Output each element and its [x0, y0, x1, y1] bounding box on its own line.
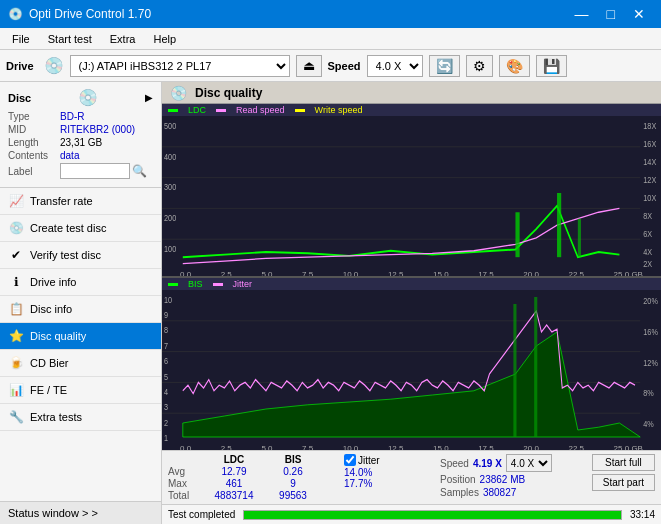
svg-text:18X: 18X	[643, 121, 656, 131]
svg-text:20%: 20%	[643, 295, 658, 306]
svg-text:9: 9	[164, 309, 168, 320]
status-window-button[interactable]: Status window > >	[0, 501, 161, 524]
transfer-rate-icon: 📈	[8, 193, 24, 209]
disc-contents-value: data	[60, 150, 79, 161]
svg-rect-28	[513, 304, 516, 437]
svg-rect-0	[162, 116, 661, 270]
color-button[interactable]: 🎨	[499, 55, 530, 77]
menu-help[interactable]: Help	[145, 31, 184, 47]
disc-contents-row: Contents data	[8, 150, 153, 161]
svg-text:4X: 4X	[643, 247, 652, 257]
start-full-button[interactable]: Start full	[592, 454, 655, 471]
svg-text:12X: 12X	[643, 175, 656, 185]
status-window-label: Status window > >	[8, 507, 98, 519]
avg-bis: 0.26	[268, 466, 318, 477]
sidebar-item-label-cd-bier: CD Bier	[30, 357, 69, 369]
svg-text:4%: 4%	[643, 418, 654, 429]
disc-type-value: BD-R	[60, 111, 84, 122]
title-bar-controls: — □ ✕	[567, 4, 653, 24]
speed-stat-value: 4.19 X	[473, 458, 502, 469]
disc-length-row: Length 23,31 GB	[8, 137, 153, 148]
status-text: Test completed	[168, 509, 235, 520]
sidebar-item-create-test-disc[interactable]: 💿 Create test disc	[0, 215, 161, 242]
sidebar-item-label-disc-quality: Disc quality	[30, 330, 86, 342]
sidebar-item-drive-info[interactable]: ℹ Drive info	[0, 269, 161, 296]
write-speed-legend-label: Write speed	[315, 105, 363, 115]
disc-length-value: 23,31 GB	[60, 137, 102, 148]
disc-length-label: Length	[8, 137, 60, 148]
svg-text:8%: 8%	[643, 387, 654, 398]
speed-stat-select[interactable]: 4.0 X	[506, 454, 552, 472]
disc-arrow-icon: ▶	[145, 92, 153, 103]
position-label: Position	[440, 474, 476, 485]
svg-text:400: 400	[164, 152, 177, 162]
jitter-max: 17.7%	[344, 478, 424, 489]
save-button[interactable]: 💾	[536, 55, 567, 77]
jitter-checkbox[interactable]	[344, 454, 356, 466]
settings-button[interactable]: ⚙	[466, 55, 493, 77]
sidebar-item-verify-test-disc[interactable]: ✔ Verify test disc	[0, 242, 161, 269]
write-speed-legend-dot	[295, 109, 305, 112]
nav-section: 📈 Transfer rate 💿 Create test disc ✔ Ver…	[0, 188, 161, 501]
sidebar-item-disc-quality[interactable]: ⭐ Disc quality	[0, 323, 161, 350]
sidebar: Disc 💿 ▶ Type BD-R MID RITEKBR2 (000) Le…	[0, 82, 162, 524]
sidebar-item-label-extra-tests: Extra tests	[30, 411, 82, 423]
close-button[interactable]: ✕	[625, 4, 653, 24]
svg-text:500: 500	[164, 121, 177, 131]
ldc-bis-stats: LDC BIS Avg 12.79 0.26 Max 461 9 Total 4…	[168, 454, 328, 501]
charts-area: LDC Read speed Write speed	[162, 104, 661, 450]
svg-text:7: 7	[164, 340, 168, 351]
app-icon: 💿	[8, 7, 23, 21]
menu-file[interactable]: File	[4, 31, 38, 47]
svg-text:4: 4	[164, 386, 168, 397]
refresh-button[interactable]: 🔄	[429, 55, 460, 77]
sidebar-item-extra-tests[interactable]: 🔧 Extra tests	[0, 404, 161, 431]
samples-value: 380827	[483, 487, 516, 498]
label-search-icon[interactable]: 🔍	[132, 164, 147, 178]
ldc-legend-dot	[168, 109, 178, 112]
extra-tests-icon: 🔧	[8, 409, 24, 425]
max-bis: 9	[268, 478, 318, 489]
start-buttons: Start full Start part	[592, 454, 655, 491]
progress-bar-fill	[244, 511, 621, 519]
bis-legend-dot	[168, 283, 178, 286]
svg-text:16X: 16X	[643, 139, 656, 149]
svg-text:8: 8	[164, 324, 168, 335]
disc-label-label: Label	[8, 166, 60, 177]
start-part-button[interactable]: Start part	[592, 474, 655, 491]
disc-info-icon: 📋	[8, 301, 24, 317]
menu-extra[interactable]: Extra	[102, 31, 144, 47]
disc-label-input[interactable]	[60, 163, 130, 179]
read-speed-legend-label: Read speed	[236, 105, 285, 115]
speed-pos-stats: Speed 4.19 X 4.0 X Position 23862 MB Sam…	[440, 454, 560, 498]
drive-icon: 💿	[44, 56, 64, 75]
drive-select[interactable]: (J:) ATAPI iHBS312 2 PL17	[70, 55, 290, 77]
sidebar-item-disc-info[interactable]: 📋 Disc info	[0, 296, 161, 323]
sidebar-item-label-drive-info: Drive info	[30, 276, 76, 288]
create-test-disc-icon: 💿	[8, 220, 24, 236]
menu-start-test[interactable]: Start test	[40, 31, 100, 47]
disc-panel: Disc 💿 ▶ Type BD-R MID RITEKBR2 (000) Le…	[0, 82, 161, 188]
maximize-button[interactable]: □	[599, 4, 623, 24]
svg-rect-5	[515, 212, 519, 257]
lower-chart: BIS Jitter	[162, 276, 661, 450]
sidebar-item-cd-bier[interactable]: 🍺 CD Bier	[0, 350, 161, 377]
position-value: 23862 MB	[480, 474, 526, 485]
speed-select[interactable]: 4.0 X	[367, 55, 423, 77]
disc-quality-header-icon: 💿	[170, 85, 187, 101]
title-bar-left: 💿 Opti Drive Control 1.70	[8, 7, 151, 21]
status-bar: Test completed 33:14	[162, 504, 661, 524]
max-label: Max	[168, 478, 200, 489]
eject-button[interactable]: ⏏	[296, 55, 322, 77]
sidebar-item-fe-te[interactable]: 📊 FE / TE	[0, 377, 161, 404]
sidebar-item-transfer-rate[interactable]: 📈 Transfer rate	[0, 188, 161, 215]
disc-quality-icon: ⭐	[8, 328, 24, 344]
minimize-button[interactable]: —	[567, 4, 597, 24]
menu-bar: File Start test Extra Help	[0, 28, 661, 50]
sidebar-item-label-create-test-disc: Create test disc	[30, 222, 106, 234]
disc-panel-title: Disc	[8, 92, 31, 104]
svg-text:100: 100	[164, 244, 177, 254]
bis-column-header: BIS	[268, 454, 318, 465]
disc-label-row: Label 🔍	[8, 163, 153, 179]
upper-chart-legend: LDC Read speed Write speed	[162, 104, 661, 116]
